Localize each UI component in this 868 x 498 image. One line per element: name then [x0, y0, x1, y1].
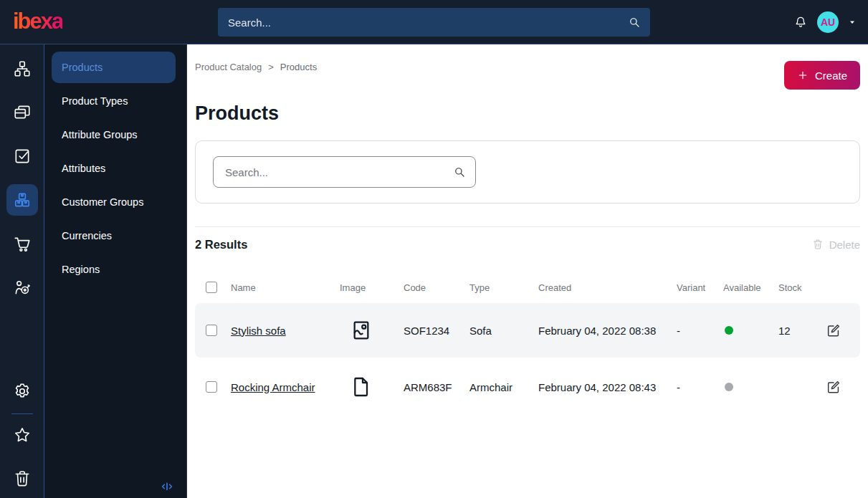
file-icon — [350, 375, 373, 398]
rail-commerce-button[interactable] — [6, 228, 38, 259]
menu-item-currencies[interactable]: Currencies — [52, 220, 176, 252]
product-catalog-menu: Products Product Types Attribute Groups … — [44, 44, 187, 498]
row-checkbox[interactable] — [206, 381, 217, 393]
row-checkbox[interactable] — [206, 325, 217, 336]
product-variant: - — [677, 325, 723, 337]
delete-trash-icon — [812, 239, 824, 250]
bell-icon[interactable] — [793, 15, 808, 29]
product-variant: - — [677, 381, 723, 393]
table-row: Stylish sofa SOF1234 Sofa February 04, 2… — [195, 303, 860, 358]
create-button-label: Create — [815, 70, 847, 82]
search-icon[interactable] — [628, 16, 641, 29]
menu-item-attributes[interactable]: Attributes — [52, 153, 176, 184]
rail-content-structure-button[interactable] — [6, 53, 38, 85]
ibexa-logo[interactable]: ibexa — [13, 9, 62, 34]
user-avatar[interactable]: AU — [817, 11, 839, 33]
collapse-icon — [159, 479, 175, 494]
available-indicator — [725, 326, 733, 335]
personalization-icon — [13, 278, 32, 297]
menu-item-regions[interactable]: Regions — [52, 254, 176, 285]
app-body: Products Product Types Attribute Groups … — [0, 44, 868, 498]
filter-search-input[interactable] — [213, 156, 476, 188]
caret-down-icon[interactable] — [848, 18, 857, 27]
product-type: Armchair — [469, 381, 538, 393]
header-stock: Stock — [778, 282, 824, 293]
menu-item-attribute-groups[interactable]: Attribute Groups — [52, 119, 176, 150]
product-boxes-icon — [13, 191, 32, 209]
main-content: Product Catalog > Products Create Produc… — [187, 44, 868, 498]
screen: ibexa AU — [0, 0, 868, 498]
star-icon — [13, 426, 32, 444]
rail-bookmarks-button[interactable] — [6, 419, 38, 451]
product-name-link[interactable]: Stylish sofa — [231, 325, 286, 337]
edit-icon — [826, 379, 841, 395]
rail-trash-button[interactable] — [6, 463, 38, 494]
rail-product-catalog-button[interactable] — [6, 184, 38, 216]
menu-item-products[interactable]: Products — [52, 52, 176, 83]
sidebar-collapse-button[interactable] — [159, 479, 175, 494]
filter-card — [195, 140, 860, 203]
content-tree-icon — [13, 59, 32, 78]
edit-button[interactable] — [826, 322, 841, 338]
breadcrumb-separator: > — [268, 62, 274, 72]
main-icon-rail — [0, 44, 44, 498]
gear-icon — [13, 382, 32, 401]
header-type: Type — [469, 282, 538, 293]
delete-button[interactable]: Delete — [812, 239, 860, 251]
results-bar: 2 Results Delete — [195, 233, 860, 256]
breadcrumb-product-catalog[interactable]: Product Catalog — [195, 62, 262, 72]
top-bar: ibexa AU — [0, 0, 868, 44]
search-icon[interactable] — [453, 166, 466, 178]
results-count: 2 Results — [195, 238, 247, 252]
tasks-icon — [13, 147, 32, 166]
cart-icon — [13, 234, 32, 253]
plus-icon — [797, 70, 809, 81]
rail-divider — [11, 413, 33, 414]
table-header-row: Name Image Code Type Created Variant Ava… — [195, 272, 860, 303]
product-stock: 12 — [778, 325, 824, 337]
menu-item-customer-groups[interactable]: Customer Groups — [52, 186, 176, 218]
edit-button[interactable] — [826, 379, 841, 395]
header-available: Available — [723, 282, 778, 293]
trash-icon — [13, 469, 32, 488]
product-created: February 04, 2022 08:43 — [538, 381, 677, 393]
delete-button-label: Delete — [829, 239, 860, 251]
filter-search — [213, 156, 476, 188]
global-search-input[interactable] — [218, 8, 650, 37]
product-created: February 04, 2022 08:38 — [538, 325, 677, 337]
breadcrumb-current: Products — [280, 62, 317, 72]
page-title: Products — [195, 102, 860, 124]
user-avatar-initials: AU — [821, 16, 835, 28]
product-name-link[interactable]: Rocking Armchair — [231, 381, 315, 393]
product-type: Sofa — [469, 325, 538, 337]
rail-tasks-button[interactable] — [6, 140, 38, 172]
product-code: SOF1234 — [404, 325, 469, 337]
header-variant: Variant — [677, 282, 723, 293]
product-code: ARM683F — [404, 381, 469, 393]
header-image: Image — [340, 282, 404, 293]
select-all-checkbox[interactable] — [206, 282, 217, 293]
create-button[interactable]: Create — [784, 61, 860, 90]
edit-icon — [826, 322, 841, 338]
pages-icon — [13, 103, 32, 122]
breadcrumb: Product Catalog > Products — [195, 62, 860, 72]
header-created: Created — [538, 282, 677, 293]
rail-settings-button[interactable] — [6, 375, 38, 407]
section-divider — [195, 226, 860, 227]
header-name: Name — [231, 282, 340, 293]
products-table: Name Image Code Type Created Variant Ava… — [195, 272, 860, 414]
table-row: Rocking Armchair ARM683F Armchair Februa… — [195, 360, 860, 414]
rail-pages-button[interactable] — [6, 97, 38, 128]
menu-item-product-types[interactable]: Product Types — [52, 85, 176, 117]
global-search — [218, 8, 650, 37]
rail-personalization-button[interactable] — [6, 272, 38, 303]
topbar-actions: AU — [793, 0, 857, 44]
image-icon — [350, 319, 373, 342]
header-code: Code — [404, 282, 469, 293]
unavailable-indicator — [725, 383, 733, 391]
